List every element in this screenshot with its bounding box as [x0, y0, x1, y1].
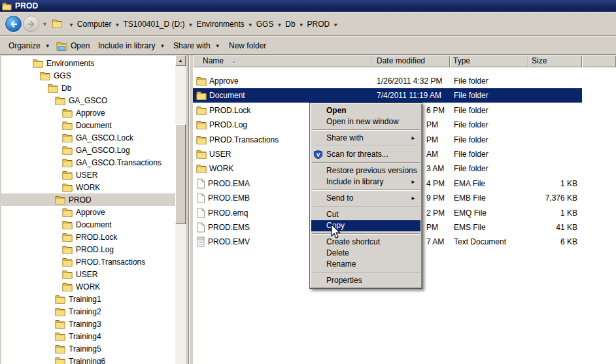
breadcrumb-separator-icon[interactable]: ▼	[333, 22, 338, 28]
menu-item-open[interactable]: Open	[311, 105, 420, 116]
submenu-arrow-icon: ►	[411, 133, 416, 144]
tree-item-label: GA_GSCO.Transactions	[76, 158, 162, 167]
column-header-name[interactable]: Name ▲	[193, 56, 371, 67]
menu-item-share-with[interactable]: Share with►	[311, 133, 420, 144]
tree-item-user[interactable]: USER	[1, 169, 175, 181]
scrollbar-up-button[interactable]: ▲	[175, 56, 186, 66]
back-button[interactable]	[5, 16, 22, 32]
folder-icon	[62, 133, 73, 142]
breadcrumb-item-ts100401-d-d[interactable]: TS100401_D (D:)	[123, 20, 184, 29]
column-header-size[interactable]: Size	[528, 56, 582, 67]
column-headers: Name ▲ Date modified Type Size	[193, 56, 616, 67]
share-with-button[interactable]: Share with ▼	[173, 37, 220, 55]
menu-item-delete[interactable]: Delete	[311, 248, 420, 259]
tree-item-environments[interactable]: Environments	[1, 57, 175, 69]
folder-icon	[196, 164, 207, 173]
tree-item-training3[interactable]: Training3	[1, 318, 175, 330]
menu-item-send-to[interactable]: Send to►	[311, 193, 420, 204]
breadcrumb-item-db[interactable]: Db	[285, 20, 295, 29]
column-header-type[interactable]: Type	[450, 56, 528, 67]
breadcrumb-separator-icon[interactable]: ▼	[299, 22, 304, 28]
window-title: PROD	[15, 1, 38, 10]
tree-item-training1[interactable]: Training1	[1, 293, 175, 305]
tree-item-training5[interactable]: Training5	[1, 342, 175, 355]
file-size: 1 KB	[528, 179, 582, 188]
file-name: PROD.EMS	[208, 223, 250, 232]
breadcrumb-separator-icon[interactable]: ▼	[188, 22, 194, 28]
shield-icon: V	[314, 150, 322, 159]
tree-item-trainning6[interactable]: Trainning6	[1, 355, 175, 364]
file-name: PROD.EMV	[208, 237, 250, 246]
folder-icon	[62, 121, 73, 130]
breadcrumb-separator-icon[interactable]: ▼	[277, 22, 282, 28]
tree-item-approve[interactable]: Approve	[1, 107, 175, 119]
tree-item-prod-transactions[interactable]: PROD.Transactions	[1, 256, 175, 268]
tree-item-ga-gsco-lock[interactable]: GA_GSCO.Lock	[1, 131, 175, 144]
tree-item-ggs[interactable]: GGS	[1, 69, 175, 82]
organize-button[interactable]: Organize ▼	[9, 37, 50, 55]
organize-label: Organize	[9, 41, 41, 50]
menu-item-create-shortcut[interactable]: Create shortcut	[311, 237, 420, 248]
tree-item-ga-gsco-log[interactable]: GA_GSCO.Log	[1, 144, 175, 156]
tree-item-approve[interactable]: Approve	[1, 206, 175, 218]
tree-scrollbar[interactable]: ▲	[175, 56, 186, 364]
forward-button[interactable]	[23, 16, 39, 32]
tree-item-training4[interactable]: Training4	[1, 330, 175, 342]
tree-item-prod[interactable]: PROD	[1, 193, 175, 206]
tree-item-prod-lock[interactable]: PROD.Lock	[1, 231, 175, 243]
include-in-library-button[interactable]: Include in library ▼	[98, 37, 165, 55]
breadcrumb-item-ggs[interactable]: GGS	[256, 20, 274, 29]
scrollbar-thumb[interactable]	[175, 124, 186, 224]
breadcrumb-item-computer[interactable]: Computer	[77, 20, 112, 29]
tree-item-ga-gsco-transactions[interactable]: GA_GSCO.Transactions	[1, 156, 175, 169]
window-folder-icon	[2, 1, 12, 10]
command-toolbar: Organize ▼ Open Include in library ▼ Sha…	[0, 36, 616, 55]
tree-item-training2[interactable]: Training2	[1, 305, 175, 318]
breadcrumb-item-environments[interactable]: Environments	[196, 20, 244, 29]
folder-icon	[62, 270, 73, 279]
tree-item-label: Training4	[69, 332, 101, 341]
tree-item-document[interactable]: Document	[1, 119, 175, 131]
folder-icon	[62, 171, 73, 180]
menu-item-scan-for-threats[interactable]: VScan for threats...	[311, 149, 420, 160]
tree-item-label: Db	[61, 84, 71, 93]
menu-item-copy[interactable]: Copy	[311, 220, 420, 231]
menu-item-cut[interactable]: Cut	[311, 209, 420, 220]
file-icon	[196, 178, 205, 189]
folder-icon	[196, 91, 207, 100]
tree-item-work[interactable]: WORK	[1, 181, 175, 193]
menu-item-properties[interactable]: Properties	[311, 275, 420, 286]
open-button[interactable]: Open	[56, 37, 90, 55]
breadcrumb-folder-icon[interactable]	[52, 18, 63, 30]
breadcrumb-separator-icon[interactable]: ▼	[115, 22, 120, 28]
tree-item-ga-gsco[interactable]: GA_GSCO	[1, 94, 175, 107]
menu-item-include-in-library[interactable]: Include in library►	[311, 176, 420, 188]
text-document-icon	[196, 237, 205, 247]
pane-divider[interactable]	[186, 55, 193, 364]
new-folder-button[interactable]: New folder	[229, 37, 266, 55]
tree-item-work[interactable]: WORK	[1, 280, 175, 293]
breadcrumb-separator-icon[interactable]: ▼	[69, 22, 74, 28]
menu-item-open-in-new-window[interactable]: Open in new window	[311, 116, 420, 127]
menu-item-rename[interactable]: Rename	[311, 259, 420, 270]
context-menu: OpenOpen in new windowShare with►VScan f…	[309, 103, 422, 289]
tree-item-user[interactable]: USER	[1, 268, 175, 280]
file-row-document[interactable]: Document7/4/2011 11:19 AMFile folder	[193, 88, 582, 103]
folder-icon	[196, 76, 207, 86]
menu-separator	[312, 146, 420, 147]
breadcrumb-separator-icon[interactable]: ▼	[248, 22, 253, 28]
file-type: EMS File	[450, 223, 528, 232]
recent-pages-chevron-icon[interactable]: ▼	[42, 21, 48, 27]
tree-item-label: PROD.Lock	[76, 233, 117, 242]
file-size: 6 KB	[528, 237, 582, 246]
file-row-approve[interactable]: Approve1/26/2011 4:32 PMFile folder	[193, 74, 582, 88]
file-type: Text Document	[450, 237, 528, 246]
breadcrumb-item-prod[interactable]: PROD	[307, 20, 330, 29]
tree-item-db[interactable]: Db	[1, 82, 175, 94]
tree-item-prod-log[interactable]: PROD.Log	[1, 243, 175, 256]
tree-item-document[interactable]: Document	[1, 218, 175, 231]
menu-item-label: Scan for threats...	[326, 150, 388, 159]
menu-item-restore-previous-versions[interactable]: Restore previous versions	[311, 165, 420, 176]
column-header-date-modified[interactable]: Date modified	[371, 56, 450, 67]
navigation-tree: EnvironmentsGGSDbGA_GSCOApproveDocumentG…	[0, 56, 175, 364]
